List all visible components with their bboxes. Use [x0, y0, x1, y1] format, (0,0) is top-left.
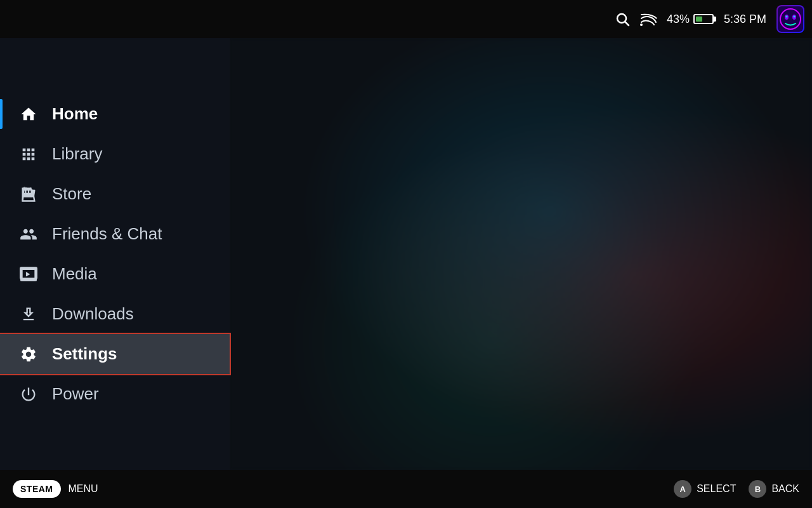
bottom-bar: STEAM MENU A SELECT B BACK: [0, 470, 812, 508]
menu-label: MENU: [69, 483, 98, 495]
sidebar-label-settings: Settings: [52, 344, 117, 364]
b-button: B: [749, 480, 766, 498]
sidebar-label-friends-chat: Friends & Chat: [52, 224, 162, 244]
sidebar: Home Library Store Frie: [0, 38, 230, 470]
sidebar-item-library[interactable]: Library: [0, 134, 230, 174]
background-blur: [230, 38, 812, 470]
downloads-icon: [19, 305, 38, 323]
battery-icon: [693, 14, 714, 24]
store-icon: [19, 185, 38, 203]
settings-icon: [19, 345, 38, 363]
sidebar-label-power: Power: [52, 384, 99, 404]
main-content: [230, 38, 812, 470]
svg-line-1: [625, 22, 629, 26]
sidebar-item-home[interactable]: Home: [0, 94, 230, 134]
select-button[interactable]: A SELECT: [674, 480, 736, 498]
sidebar-label-store: Store: [52, 184, 91, 204]
time-display: 5:36 PM: [724, 13, 766, 26]
search-icon[interactable]: [615, 11, 630, 27]
svg-point-2: [640, 23, 643, 26]
battery-percent: 43%: [667, 13, 690, 26]
sidebar-label-media: Media: [52, 264, 97, 284]
back-button[interactable]: B BACK: [749, 480, 799, 498]
bottom-right-controls: A SELECT B BACK: [674, 480, 799, 498]
top-bar: 43% 5:36 PM: [0, 0, 812, 38]
home-icon: [19, 105, 38, 123]
bottom-left-controls: STEAM MENU: [13, 480, 98, 498]
sidebar-label-home: Home: [52, 104, 98, 124]
svg-point-8: [794, 16, 796, 18]
sidebar-item-friends-chat[interactable]: Friends & Chat: [0, 214, 230, 254]
media-icon: [19, 265, 38, 283]
library-icon: [19, 145, 38, 163]
sidebar-item-media[interactable]: Media: [0, 254, 230, 294]
back-label: BACK: [771, 483, 799, 495]
sidebar-item-settings[interactable]: Settings: [0, 334, 230, 374]
power-icon: [19, 385, 38, 403]
battery-status: 43%: [667, 13, 714, 26]
sidebar-item-power[interactable]: Power: [0, 374, 230, 414]
a-button: A: [674, 480, 691, 498]
steam-button[interactable]: STEAM: [13, 480, 61, 498]
sidebar-label-library: Library: [52, 144, 102, 164]
cast-icon[interactable]: [640, 12, 657, 26]
sidebar-item-store[interactable]: Store: [0, 174, 230, 214]
select-label: SELECT: [697, 483, 736, 495]
friends-icon: [19, 225, 38, 243]
svg-point-7: [786, 16, 788, 18]
svg-rect-3: [778, 6, 803, 32]
sidebar-item-downloads[interactable]: Downloads: [0, 294, 230, 334]
avatar[interactable]: [776, 5, 804, 33]
sidebar-label-downloads: Downloads: [52, 304, 134, 324]
